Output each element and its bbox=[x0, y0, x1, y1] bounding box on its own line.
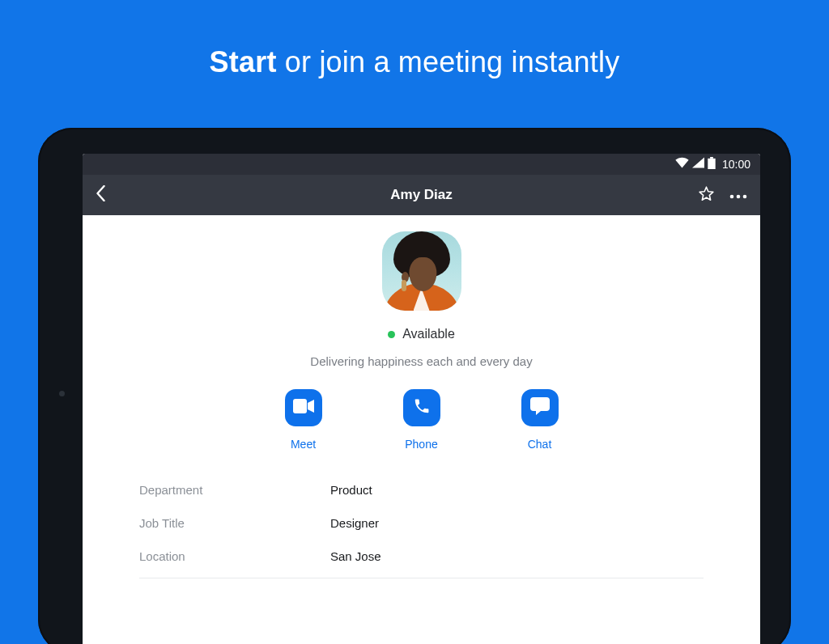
app-bar: Amy Diaz bbox=[83, 175, 760, 215]
location-value: San Jose bbox=[330, 549, 381, 563]
avatar[interactable] bbox=[382, 231, 461, 311]
more-icon[interactable] bbox=[729, 188, 747, 202]
marketing-rest: or join a meeting instantly bbox=[277, 45, 620, 78]
tablet-frame: 10:00 Amy Diaz bbox=[38, 128, 791, 644]
svg-rect-5 bbox=[293, 399, 307, 413]
detail-row-location: Location San Jose bbox=[139, 540, 704, 573]
phone-label: Phone bbox=[405, 438, 437, 451]
details-divider bbox=[139, 578, 704, 578]
detail-row-department: Department Product bbox=[139, 473, 704, 506]
presence-dot-icon bbox=[388, 331, 395, 338]
status-bar: 10:00 bbox=[83, 154, 760, 175]
profile-tagline: Delivering happiness each and every day bbox=[83, 354, 760, 368]
wifi-icon bbox=[675, 157, 689, 172]
svg-rect-0 bbox=[708, 158, 715, 168]
chat-icon bbox=[530, 397, 550, 418]
chat-label: Chat bbox=[528, 438, 552, 451]
svg-point-2 bbox=[730, 195, 734, 199]
jobtitle-label: Job Title bbox=[139, 516, 330, 530]
presence-text: Available bbox=[402, 327, 455, 341]
back-button[interactable] bbox=[96, 185, 106, 205]
department-label: Department bbox=[139, 483, 330, 497]
jobtitle-value: Designer bbox=[330, 516, 379, 530]
marketing-headline: Start or join a meeting instantly bbox=[0, 0, 829, 79]
profile-content: Available Delivering happiness each and … bbox=[83, 215, 760, 578]
phone-icon bbox=[413, 397, 431, 418]
marketing-bold: Start bbox=[210, 45, 277, 78]
meet-label: Meet bbox=[291, 438, 316, 451]
video-icon bbox=[293, 399, 314, 417]
svg-point-4 bbox=[743, 195, 747, 199]
meet-button[interactable]: Meet bbox=[285, 389, 322, 451]
camera-dot bbox=[59, 391, 65, 396]
signal-icon bbox=[692, 157, 704, 172]
star-icon[interactable] bbox=[698, 185, 715, 205]
device-screen: 10:00 Amy Diaz bbox=[83, 154, 760, 644]
phone-button[interactable]: Phone bbox=[403, 389, 440, 451]
chat-button[interactable]: Chat bbox=[521, 389, 559, 451]
page-title: Amy Diaz bbox=[83, 187, 760, 203]
presence-row: Available bbox=[83, 327, 760, 341]
battery-icon bbox=[708, 157, 716, 172]
profile-details: Department Product Job Title Designer Lo… bbox=[139, 473, 704, 573]
department-value: Product bbox=[330, 483, 372, 497]
svg-point-3 bbox=[737, 195, 741, 199]
svg-rect-1 bbox=[710, 157, 713, 159]
action-row: Meet Phone Chat bbox=[83, 389, 760, 451]
location-label: Location bbox=[139, 549, 330, 563]
clock-text: 10:00 bbox=[722, 158, 750, 171]
detail-row-jobtitle: Job Title Designer bbox=[139, 506, 704, 540]
